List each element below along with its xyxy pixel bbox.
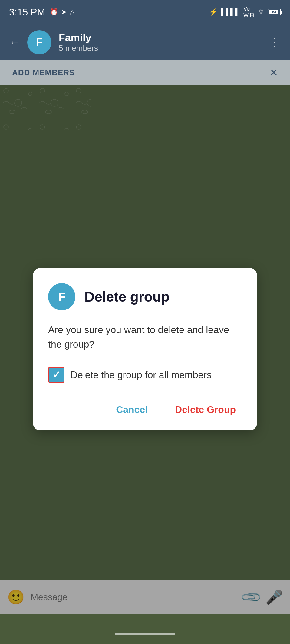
chat-header-left: ← F Family 5 members	[9, 30, 98, 54]
battery-text: 64	[268, 10, 280, 14]
location-icon: ➤	[61, 8, 67, 16]
dialog-buttons: Cancel Delete Group	[48, 401, 242, 418]
shield-icon: △	[70, 8, 75, 16]
dialog-header: F Delete group	[48, 283, 242, 310]
delete-group-dialog: F Delete group Are you sure you want to …	[33, 268, 257, 430]
status-bar: 3:15 PM ⏰ ➤ △ ⚡ ▌▌▌▌ VoWiFi ⚛ 64	[0, 0, 290, 24]
bluetooth-icon: ⚡	[209, 8, 217, 16]
battery-indicator: 64	[268, 9, 281, 15]
add-members-bar: ADD MEMBERS ✕	[0, 60, 290, 85]
close-add-members-button[interactable]: ✕	[270, 67, 278, 78]
dialog-avatar: F	[48, 283, 75, 310]
dialog-message: Are you sure you want to delete and leav…	[48, 322, 242, 351]
delete-group-button[interactable]: Delete Group	[169, 401, 242, 418]
vowifi-icon: VoWiFi	[243, 6, 254, 18]
add-members-label: ADD MEMBERS	[12, 68, 75, 77]
status-icons-left: ⏰ ➤ △	[50, 8, 75, 16]
signal-icon: ▌▌▌▌	[221, 8, 240, 16]
wifi-icon: ⚛	[258, 8, 264, 16]
group-members: 5 members	[59, 44, 98, 53]
more-options-button[interactable]: ⋮	[269, 36, 281, 49]
back-button[interactable]: ←	[9, 36, 20, 49]
status-left: 3:15 PM ⏰ ➤ △	[9, 7, 75, 18]
group-info: Family 5 members	[59, 32, 98, 53]
cancel-button[interactable]: Cancel	[110, 401, 154, 418]
status-right: ⚡ ▌▌▌▌ VoWiFi ⚛ 64	[209, 6, 281, 18]
delete-all-checkbox[interactable]: ✓	[48, 367, 64, 383]
delete-all-label: Delete the group for all members	[71, 369, 212, 381]
chat-header: ← F Family 5 members ⋮	[0, 24, 290, 60]
dialog-title: Delete group	[84, 289, 170, 305]
status-time: 3:15 PM	[9, 7, 45, 18]
home-indicator	[115, 633, 175, 635]
chat-background: F Delete group Are you sure you want to …	[0, 85, 290, 614]
group-avatar[interactable]: F	[27, 30, 51, 54]
dialog-overlay: F Delete group Are you sure you want to …	[0, 85, 290, 614]
delete-all-members-row: ✓ Delete the group for all members	[48, 367, 242, 383]
alarm-icon: ⏰	[50, 8, 58, 16]
checkbox-check-icon: ✓	[52, 369, 61, 381]
group-name: Family	[59, 32, 98, 44]
